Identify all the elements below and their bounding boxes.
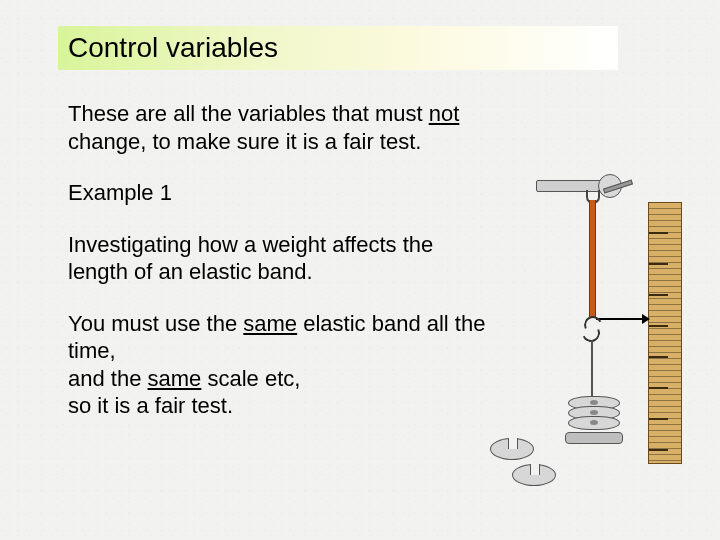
apparatus-figure bbox=[482, 170, 682, 490]
elastic-band-icon bbox=[589, 200, 596, 318]
body-text: These are all the variables that must no… bbox=[68, 100, 498, 444]
title-bar: Control variables bbox=[58, 26, 618, 70]
slide: Control variables These are all the vari… bbox=[0, 0, 720, 540]
ruler-icon bbox=[648, 202, 682, 464]
text: and the bbox=[68, 366, 148, 391]
text-underline-same-2: same bbox=[148, 366, 202, 391]
text: change, to make sure it is a fair test. bbox=[68, 129, 421, 154]
text: You must use the bbox=[68, 311, 243, 336]
paragraph-example-desc: Investigating how a weight affects the l… bbox=[68, 231, 498, 286]
paragraph-instructions: You must use the same elastic band all t… bbox=[68, 310, 498, 420]
paragraph-example-label: Example 1 bbox=[68, 179, 498, 207]
text: These are all the variables that must bbox=[68, 101, 429, 126]
title-text: Control variables bbox=[68, 32, 278, 64]
clamp-icon bbox=[536, 170, 622, 200]
hanging-weights-icon bbox=[568, 400, 618, 444]
loose-weights-icon bbox=[490, 438, 556, 492]
text-underline-same-1: same bbox=[243, 311, 297, 336]
hanger-rod-icon bbox=[591, 340, 593, 402]
text-underline-not: not bbox=[429, 101, 460, 126]
text: scale etc, bbox=[201, 366, 300, 391]
pointer-arrow-icon bbox=[596, 318, 648, 320]
paragraph-definition: These are all the variables that must no… bbox=[68, 100, 498, 155]
text: so it is a fair test. bbox=[68, 393, 233, 418]
s-hook-icon bbox=[584, 316, 600, 342]
